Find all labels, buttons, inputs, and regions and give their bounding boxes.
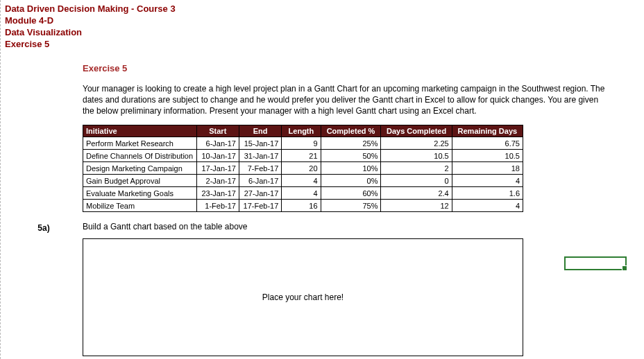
table-header-row: Initiative Start End Length Completed % … bbox=[83, 125, 523, 137]
initiative-table: Initiative Start End Length Completed % … bbox=[83, 125, 523, 212]
header-line-1: Data Driven Decision Making - Course 3 bbox=[5, 3, 644, 15]
question-text: Build a Gantt chart based on the table a… bbox=[83, 222, 523, 231]
document-header: Data Driven Decision Making - Course 3 M… bbox=[5, 3, 644, 51]
table-row: Gain Budget Approval 2-Jan-17 6-Jan-17 4… bbox=[83, 175, 523, 187]
header-line-4: Exercise 5 bbox=[5, 39, 644, 51]
chart-placeholder-box: Place your chart here! bbox=[83, 238, 523, 356]
col-remaining-days: Remaining Days bbox=[452, 125, 523, 137]
table-row: Mobilize Team 1-Feb-17 17-Feb-17 16 75% … bbox=[83, 200, 523, 212]
col-days-completed: Days Completed bbox=[381, 125, 452, 137]
question-label: 5a) bbox=[5, 222, 83, 233]
col-length: Length bbox=[282, 125, 321, 137]
col-initiative: Initiative bbox=[83, 125, 197, 137]
exercise-prompt: Your manager is looking to create a high… bbox=[83, 83, 610, 117]
table-row: Define Channels Of Distribution 10-Jan-1… bbox=[83, 150, 523, 162]
exercise-title: Exercise 5 bbox=[83, 63, 617, 73]
header-line-3: Data Visualization bbox=[5, 27, 644, 39]
table-row: Design Marketing Campaign 17-Jan-17 7-Fe… bbox=[83, 162, 523, 175]
header-line-2: Module 4-D bbox=[5, 15, 644, 27]
col-start: Start bbox=[196, 125, 239, 137]
chart-placeholder-text: Place your chart here! bbox=[262, 292, 344, 302]
table-row: Perform Market Research 6-Jan-17 15-Jan-… bbox=[83, 137, 523, 150]
col-end: End bbox=[239, 125, 281, 137]
table-row: Evaluate Marketing Goals 23-Jan-17 27-Ja… bbox=[83, 187, 523, 200]
selected-cell-indicator[interactable] bbox=[564, 256, 627, 270]
col-completed-pct: Completed % bbox=[321, 125, 381, 137]
